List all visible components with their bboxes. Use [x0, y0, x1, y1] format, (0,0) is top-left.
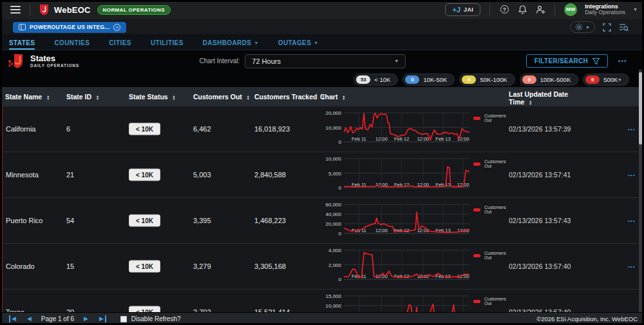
table-row-california[interactable]: California6< 10K6,46216,018,92320,00010,… [0, 106, 644, 152]
next-page-icon[interactable]: ▶ [82, 315, 90, 322]
last-updated: 02/13/2026 13:57:40 [509, 262, 571, 270]
chevron-down-icon: ▼ [254, 41, 258, 45]
table-row-colorado[interactable]: Colorado15< 10K3,2793,305,1684,0002,0000… [0, 244, 644, 290]
legend-pill-500k[interactable]: 0500K+ [583, 74, 629, 86]
legend-pill-10k-50k[interactable]: 010K-50K [402, 74, 455, 86]
customers-out: 5,003 [193, 171, 211, 179]
table-row-puerto-rico[interactable]: Puerto Rico54< 10K3,3951,468,22360,00040… [0, 198, 644, 244]
board-icon [19, 24, 26, 30]
row-actions-menu[interactable]: ••• [628, 219, 636, 223]
state-status-badge[interactable]: < 10K [129, 215, 160, 227]
svg-text:Feb 11: Feb 11 [352, 136, 366, 142]
tab-dashboards[interactable]: DASHBOARDS▼ [203, 39, 259, 50]
legend-count-badge: 0 [405, 75, 419, 84]
row-chart: 15,00010,0005,0000Feb 1112:00Feb 1212:00… [320, 290, 507, 312]
scrollbar-thumb[interactable] [639, 72, 642, 144]
table-header: State Name ▲▼State ID ▲▼State Status ▲▼C… [0, 87, 644, 106]
svg-text:12:00: 12:00 [417, 136, 429, 142]
page-title: States [30, 54, 79, 63]
customers-out-sparkline: Feb 1112:00Feb 1212:00Feb 1312:00 [344, 294, 469, 312]
tab-label: COUNTIES [54, 39, 90, 46]
page-more-menu[interactable]: ••• [618, 58, 627, 64]
legend-series-label: Customers Out [484, 297, 508, 306]
state-status-badge[interactable]: < 10K [129, 261, 160, 273]
row-actions-menu[interactable]: ••• [628, 127, 636, 132]
column-label: State ID [66, 93, 91, 101]
state-status-badge[interactable]: < 10K [129, 123, 160, 135]
state-status-cell: < 10K [129, 215, 160, 227]
filter-search-button[interactable]: FILTER/SEARCH [526, 54, 608, 68]
column-header-last-updated-date-time[interactable]: Last Updated Date Time ▲▼ [509, 90, 585, 106]
customers-out-sparkline: Feb 1112:00Feb 1212:00Feb 1312:00 [344, 157, 469, 190]
legend-series-swatch [473, 117, 480, 120]
tab-outages[interactable]: OUTAGES▼ [278, 39, 319, 50]
column-label: Customers Tracked [254, 93, 317, 101]
row-actions-menu[interactable]: ••• [628, 264, 636, 269]
legend-series-label: Customers Out [484, 251, 508, 260]
state-status-cell: < 10K [129, 261, 160, 273]
column-header-state-name[interactable]: State Name ▲▼ [5, 93, 50, 101]
state-status-badge[interactable]: < 10K [129, 169, 160, 181]
state-status-badge[interactable]: < 10K [129, 306, 160, 313]
row-chart: 4,0002,0000Feb 1112:00Feb 1212:00Feb 131… [320, 244, 507, 289]
fullscreen-icon[interactable] [603, 23, 611, 32]
previous-page-icon[interactable]: ◀ [26, 315, 33, 322]
tab-cities[interactable]: CITIES [109, 39, 131, 50]
legend-label: 500K+ [603, 76, 621, 83]
customers-tracked: 2,840,588 [254, 171, 286, 179]
tab-label: UTILITIES [151, 39, 184, 46]
legend-series-swatch [473, 300, 480, 303]
legend-series-label: Customers Out [484, 113, 508, 123]
state-status-cell: < 10K [129, 169, 160, 181]
column-header-state-id[interactable]: State ID ▲▼ [66, 93, 99, 101]
chart-interval-select[interactable]: 72 Hours ▼ [245, 54, 406, 68]
column-header-customers-tracked[interactable]: Customers Tracked ▲▼ [254, 93, 325, 101]
footer-bar: ◀ ◀ Page 1 of 6 ▶ ▶ Disable Refresh? ©20… [0, 312, 644, 325]
user-role: Daily Operations [585, 10, 625, 16]
column-header-state-status[interactable]: State Status ▲▼ [129, 93, 176, 101]
avatar[interactable]: MW [564, 3, 577, 16]
state-id: 6 [66, 125, 70, 133]
legend-pill-50k-100k[interactable]: 050K-100K [459, 74, 515, 86]
pagination: ◀ ◀ Page 1 of 6 ▶ ▶ [9, 315, 106, 322]
chart-y-axis-labels: 60,00040,00020,0000 [320, 198, 341, 243]
notifications-bell-icon[interactable] [517, 5, 527, 15]
table-row-minnesota[interactable]: Minnesota21< 10K5,0032,840,58810,0005,00… [0, 152, 644, 198]
svg-text:Feb 12: Feb 12 [394, 136, 409, 142]
close-tab-icon[interactable]: × [113, 24, 120, 31]
user-admin-icon[interactable] [535, 5, 545, 15]
search-board-icon[interactable] [619, 23, 629, 32]
page-indicator: Page 1 of 6 [41, 315, 74, 322]
webeoc-shield-icon [39, 4, 49, 15]
hamburger-menu-icon[interactable] [10, 6, 21, 14]
svg-text:12:00: 12:00 [375, 228, 388, 233]
customers-out: 3,279 [193, 262, 211, 270]
tab-label: OUTAGES [278, 39, 312, 46]
board-settings-button[interactable]: ▼ [570, 21, 595, 33]
chart-y-axis-labels: 20,00010,0000 [320, 106, 341, 152]
legend-pill-100k-500k[interactable]: 0100K-500K [520, 74, 579, 86]
last-page-icon[interactable]: ▶ [98, 315, 106, 322]
board-tab-strip: POWEROUTAGE US INTEG... × ▼ [0, 19, 644, 35]
column-header-chart[interactable]: Chart ▲▼ [320, 93, 345, 101]
row-chart: 60,00040,00020,0000Feb 1112:00Feb 1212:0… [320, 198, 507, 243]
help-icon[interactable]: ? [499, 5, 509, 15]
table-row-texas[interactable]: Texas20< 10K2,70215,521,41415,00010,0005… [0, 290, 644, 312]
tab-counties[interactable]: COUNTIES [54, 39, 90, 50]
vertical-scrollbar[interactable] [639, 70, 642, 312]
disable-refresh-control[interactable]: Disable Refresh? [120, 315, 181, 322]
chart-legend: Customers Out [473, 251, 508, 260]
select-caret-icon: ▼ [394, 59, 399, 63]
webeoc-app: WebEOC NORMAL OPERATIONS +J JAI ? MW Int… [0, 0, 644, 325]
disable-refresh-checkbox[interactable] [120, 316, 127, 322]
tab-states[interactable]: STATES [9, 39, 35, 50]
row-actions-menu[interactable]: ••• [628, 173, 636, 177]
legend-pill-10k[interactable]: 53< 10K [354, 74, 398, 86]
board-tab-poweroutage[interactable]: POWEROUTAGE US INTEG... × [13, 22, 126, 33]
tab-utilities[interactable]: UTILITIES [151, 39, 184, 50]
jai-button[interactable]: +J JAI [445, 3, 480, 16]
first-page-icon[interactable]: ◀ [9, 315, 17, 322]
customers-out-sparkline: Feb 1112:00Feb 1212:00Feb 1312:00 [344, 248, 469, 282]
user-menu-caret-icon[interactable]: ▼ [633, 7, 638, 12]
column-header-customers-out[interactable]: Customers Out ▲▼ [193, 93, 250, 101]
